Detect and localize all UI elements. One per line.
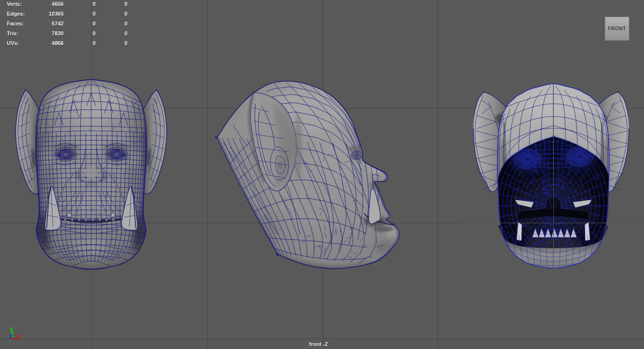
svg-text:y: y — [10, 326, 13, 332]
svg-text:z: z — [9, 333, 12, 340]
svg-text:x: x — [18, 333, 21, 340]
